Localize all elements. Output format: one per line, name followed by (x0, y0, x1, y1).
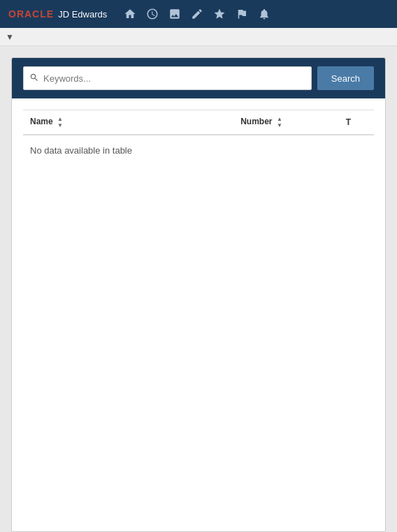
clock-icon[interactable] (146, 8, 159, 20)
search-icon (29, 73, 39, 84)
jde-wordmark: JD Edwards (58, 9, 107, 20)
search-input-wrapper (23, 66, 312, 90)
column-header-number[interactable]: Number ▲▼ (233, 110, 339, 135)
navbar-icons (124, 8, 270, 20)
empty-table-message: No data available in table (23, 135, 374, 165)
home-icon[interactable] (124, 8, 136, 20)
table-header: Name ▲▼ Number ▲▼ T (23, 110, 374, 135)
search-input[interactable] (43, 73, 305, 84)
column-header-t[interactable]: T (339, 110, 374, 135)
bell-icon[interactable] (258, 8, 270, 20)
navbar: ORACLE JD Edwards (0, 0, 397, 28)
image-icon[interactable] (168, 8, 181, 20)
sort-icon-name: ▲▼ (57, 116, 63, 128)
flag-icon[interactable] (236, 8, 248, 20)
oracle-wordmark: ORACLE (8, 8, 54, 20)
table-body: No data available in table (23, 135, 374, 165)
search-section: Search (12, 58, 385, 98)
main-content: Search Name ▲▼ Number ▲▼ T (0, 46, 397, 532)
content-card: Search Name ▲▼ Number ▲▼ T (11, 57, 386, 532)
column-header-name[interactable]: Name ▲▼ (23, 110, 233, 135)
menu-arrow-icon[interactable]: ▼ (6, 32, 14, 42)
search-button[interactable]: Search (317, 66, 374, 90)
data-table: Name ▲▼ Number ▲▼ T No data available in… (23, 110, 374, 165)
edit-icon[interactable] (191, 8, 203, 20)
sort-icon-number: ▲▼ (277, 116, 282, 128)
star-icon[interactable] (213, 8, 226, 20)
oracle-logo: ORACLE JD Edwards (8, 8, 107, 20)
secondary-bar: ▼ (0, 28, 397, 46)
empty-table-row: No data available in table (23, 135, 374, 165)
